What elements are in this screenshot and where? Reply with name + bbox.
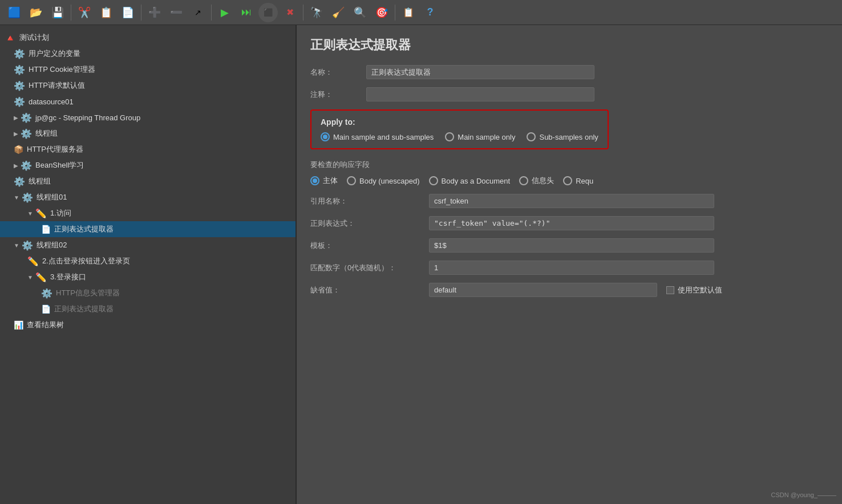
sidebar-item-http-header[interactable]: ⚙️ HTTP信息头管理器 <box>0 285 295 301</box>
radio-info-head[interactable]: 信息头 <box>519 176 554 186</box>
radio-main-only[interactable]: Main sample only <box>445 132 515 141</box>
toolbar-sep-2 <box>141 5 141 21</box>
function-helper-btn[interactable]: 🎯 <box>372 3 391 22</box>
sidebar-item-user-vars[interactable]: ⚙️ 用户定义的变量 <box>0 46 295 62</box>
default-row: 缺省值： 使用空默认值 <box>310 283 828 297</box>
arrow-icon: ▼ <box>14 242 19 249</box>
radio-body-as-doc[interactable]: Body as a Document <box>429 176 511 185</box>
sidebar-item-http-default[interactable]: ⚙️ HTTP请求默认值 <box>0 78 295 94</box>
name-input[interactable] <box>366 65 594 79</box>
comment-label: 注释： <box>310 90 362 100</box>
start-btn[interactable]: ▶ <box>215 3 234 22</box>
arrow-icon: ▼ <box>27 210 33 217</box>
search-btn[interactable]: 🔍 <box>350 3 370 22</box>
help-btn[interactable]: ? <box>420 3 440 22</box>
save-btn[interactable]: 💾 <box>48 3 67 22</box>
split-handle[interactable] <box>295 25 299 504</box>
list-view-btn[interactable]: 📋 <box>399 3 418 22</box>
new-test-plan-btn[interactable]: 🟦 <box>5 3 24 22</box>
sidebar-item-regex-extractor[interactable]: 📄 正则表达式提取器 <box>0 221 295 237</box>
stop-btn[interactable]: ⬛ <box>258 3 278 22</box>
radio-circle-body <box>310 176 319 185</box>
radio-body[interactable]: 主体 <box>310 176 338 186</box>
cut-btn[interactable]: ✂️ <box>75 3 94 22</box>
sidebar-item-label: 线程组 <box>35 128 58 139</box>
sidebar-item-datasource[interactable]: ⚙️ datasource01 <box>0 94 295 109</box>
clear-btn[interactable]: 🧹 <box>329 3 348 22</box>
sidebar-item-login-btn[interactable]: ✏️ 2.点击登录按钮进入登录页 <box>0 253 295 269</box>
regex-input[interactable] <box>429 216 714 230</box>
sidebar-item-label: 3.登录接口 <box>50 272 86 282</box>
template-row: 模板： <box>310 238 828 253</box>
sidebar-item-access[interactable]: ▼ ✏️ 1.访问 <box>0 205 295 221</box>
sidebar-item-label: 用户定义的变量 <box>29 48 80 59</box>
sidebar-item-jp-stepping[interactable]: ▶ ⚙️ jp@gc - Stepping Thread Group <box>0 109 295 125</box>
sidebar-item-label: datasource01 <box>29 97 74 106</box>
regex-icon: 📄 <box>41 225 51 234</box>
radio-circle-body-unescaped <box>347 176 356 185</box>
sidebar-item-beanshell[interactable]: ▶ ⚙️ BeanShell学习 <box>0 157 295 173</box>
sidebar-item-label: 2.点击登录按钮进入登录页 <box>42 256 130 266</box>
radio-sub-only[interactable]: Sub-samples only <box>527 132 598 141</box>
sidebar-item-label: BeanShell学习 <box>35 160 84 170</box>
sidebar-item-thread-group2[interactable]: ⚙️ 线程组 <box>0 173 295 189</box>
radio-label-body: 主体 <box>323 176 338 186</box>
remove-btn[interactable]: ➖ <box>167 3 186 22</box>
radio-circle-main-and-sub <box>321 132 330 141</box>
datasource-icon: ⚙️ <box>14 96 25 107</box>
comment-input[interactable] <box>366 87 594 101</box>
tg01-icon: ⚙️ <box>22 192 33 203</box>
regex2-icon: 📄 <box>41 304 51 314</box>
radio-label-body-unescaped: Body (unescaped) <box>359 177 420 185</box>
shutdown-btn[interactable]: ✖ <box>280 3 299 22</box>
name-row: 名称： <box>310 65 828 79</box>
sidebar-item-label: 线程组 <box>29 176 51 186</box>
radio-label-main-and-sub: Main sample and sub-samples <box>333 133 434 141</box>
match-no-input[interactable] <box>429 261 714 275</box>
radio-main-and-sub[interactable]: Main sample and sub-samples <box>321 132 434 141</box>
sidebar-item-thread-group01[interactable]: ▼ ⚙️ 线程组01 <box>0 189 295 205</box>
default-input[interactable] <box>429 283 657 297</box>
sidebar-item-http-proxy[interactable]: 📦 HTTP代理服务器 <box>0 141 295 157</box>
sidebar-item-thread-group02[interactable]: ▼ ⚙️ 线程组02 <box>0 237 295 253</box>
use-empty-checkbox[interactable]: 使用空默认值 <box>666 285 722 295</box>
sidebar-item-label: 查看结果树 <box>27 320 64 330</box>
sidebar-item-label: 1.访问 <box>50 208 71 218</box>
copy-btn[interactable]: 📋 <box>96 3 116 22</box>
sidebar-item-test-plan[interactable]: 🔺 测试计划 <box>0 30 295 46</box>
arrow-icon: ▼ <box>14 194 19 201</box>
response-field-label: 要检查的响应字段 <box>310 160 828 170</box>
radio-label-request: Requ <box>576 177 593 185</box>
browse-btn[interactable]: 🔭 <box>307 3 326 22</box>
apply-to-box: Apply to: Main sample and sub-samples Ma… <box>310 109 609 149</box>
toolbar: 🟦 📂 💾 ✂️ 📋 📄 ➕ ➖ ↗ ▶ ⏭ ⬛ ✖ 🔭 🧹 🔍 🎯 📋 ? <box>0 0 842 25</box>
open-btn[interactable]: 📂 <box>26 3 46 22</box>
ref-name-row: 引用名称： <box>310 194 828 208</box>
start-no-pause-btn[interactable]: ⏭ <box>237 3 256 22</box>
add-btn[interactable]: ➕ <box>145 3 164 22</box>
sidebar-item-login-api[interactable]: ▼ ✏️ 3.登录接口 <box>0 269 295 285</box>
toolbar-sep-5 <box>395 5 395 21</box>
default-label: 缺省值： <box>310 285 424 295</box>
sidebar-item-label: 正则表达式提取器 <box>54 304 114 314</box>
ref-name-input[interactable] <box>429 194 714 208</box>
template-input[interactable] <box>429 238 714 253</box>
jp-icon: ⚙️ <box>21 112 32 123</box>
radio-circle-main-only <box>445 132 454 141</box>
radio-body-unescaped[interactable]: Body (unescaped) <box>347 176 420 185</box>
move-up-btn[interactable]: ↗ <box>188 3 208 22</box>
paste-btn[interactable]: 📄 <box>118 3 137 22</box>
panel-title: 正则表达式提取器 <box>310 36 828 54</box>
sidebar-item-result-tree[interactable]: 📊 查看结果树 <box>0 317 295 333</box>
arrow-icon: ▶ <box>14 162 18 169</box>
sidebar-item-regex-extractor2[interactable]: 📄 正则表达式提取器 <box>0 301 295 317</box>
template-label: 模板： <box>310 241 424 251</box>
sidebar-item-http-cookie[interactable]: ⚙️ HTTP Cookie管理器 <box>0 62 295 78</box>
toolbar-sep-3 <box>211 5 212 21</box>
sidebar-item-thread-group1[interactable]: ▶ ⚙️ 线程组 <box>0 125 295 141</box>
login-api-icon: ✏️ <box>35 272 47 283</box>
use-empty-label: 使用空默认值 <box>678 285 722 295</box>
radio-label-main-only: Main sample only <box>458 133 515 141</box>
radio-request[interactable]: Requ <box>563 176 593 185</box>
radio-circle-info-head <box>519 176 528 185</box>
